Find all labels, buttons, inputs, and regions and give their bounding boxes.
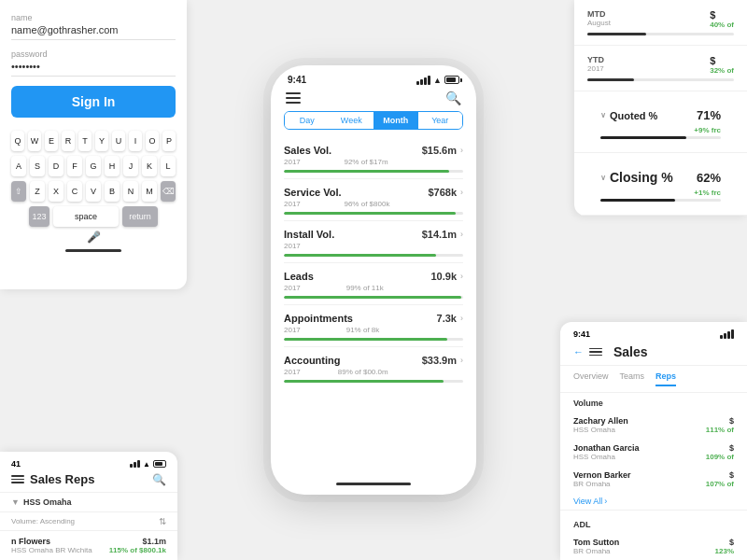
br-rep-org-jonathan: HSS Omaha	[573, 453, 640, 461]
metric-sales-vol[interactable]: Sales Vol. $15.6m › 2017 92% of $17m	[284, 137, 463, 179]
br-rep-value-tom: $	[715, 538, 734, 547]
key-j[interactable]: J	[123, 156, 138, 176]
bl-time: 41	[11, 459, 21, 469]
metrics-list: Sales Vol. $15.6m › 2017 92% of $17m Ser…	[271, 137, 476, 475]
br-rep-name-tom: Tom Sutton	[573, 538, 619, 547]
key-v[interactable]: V	[86, 181, 101, 202]
br-rep-value-zachary: $	[706, 416, 734, 426]
chevron-right-icon: ›	[460, 314, 463, 323]
key-z[interactable]: Z	[30, 181, 45, 202]
email-value: name@gothrasher.com	[11, 24, 176, 40]
key-w[interactable]: W	[28, 131, 41, 151]
key-p[interactable]: P	[162, 131, 176, 151]
bl-sort-icon[interactable]: ⇅	[159, 516, 166, 526]
br-tabs: Overview Teams Reps	[560, 366, 747, 393]
tab-month[interactable]: Month	[374, 112, 418, 129]
key-x[interactable]: X	[49, 181, 63, 202]
key-backspace[interactable]: ⌫	[161, 181, 176, 202]
key-c[interactable]: C	[67, 181, 82, 202]
bl-status-icons: ▲	[130, 460, 166, 469]
bl-menu-icon[interactable]	[11, 475, 24, 483]
chevron-down-icon: ∨	[600, 174, 606, 182]
tab-week[interactable]: Week	[330, 112, 374, 129]
key-u[interactable]: U	[112, 131, 125, 151]
key-o[interactable]: O	[146, 131, 159, 151]
key-d[interactable]: D	[49, 156, 63, 176]
key-t[interactable]: T	[78, 131, 92, 151]
view-all-button[interactable]: View All ›	[560, 493, 747, 510]
menu-icon[interactable]	[286, 92, 301, 104]
key-n[interactable]: N	[123, 181, 138, 202]
key-r[interactable]: R	[62, 131, 75, 151]
key-l[interactable]: L	[161, 156, 176, 176]
progress-bar-accounting	[284, 380, 463, 383]
chevron-right-icon: ›	[460, 356, 463, 365]
br-rep-org-vernon: BR Omaha	[573, 480, 631, 488]
closing-pct-header[interactable]: ∨ Closing % 62%	[587, 162, 734, 189]
progress-bar-install-vol	[284, 254, 463, 257]
closing-pct-change: +1% frc	[694, 189, 721, 197]
ytd-label: YTD	[587, 55, 710, 64]
key-s[interactable]: S	[30, 156, 45, 176]
email-label: name	[11, 13, 176, 22]
br-rep-pct-jonathan: 109% of	[706, 453, 734, 461]
br-tab-overview[interactable]: Overview	[573, 371, 609, 386]
mtd-change: 40% of	[710, 21, 734, 29]
metric-sub-service-vol: 2017 96% of $800k	[284, 200, 463, 208]
metric-sub-install-vol: 2017	[284, 242, 463, 250]
key-b[interactable]: B	[105, 181, 120, 202]
mtd-row: MTD August $ 40% of	[574, 0, 747, 46]
br-menu-icon[interactable]	[589, 348, 602, 357]
key-i[interactable]: I	[129, 131, 142, 151]
adl-label: ADL	[560, 514, 747, 533]
quoted-pct-header[interactable]: ∨ Quoted % 71%	[587, 101, 734, 126]
progress-bar-leads	[284, 296, 463, 299]
metric-sub-appointments: 2017 91% of 8k	[284, 326, 463, 334]
key-q[interactable]: Q	[11, 131, 24, 151]
key-m[interactable]: M	[142, 181, 157, 202]
closing-pct-value: 62%	[697, 171, 721, 185]
bl-filter-value[interactable]: HSS Omaha	[23, 497, 72, 507]
key-number[interactable]: 123	[29, 206, 49, 227]
chevron-down-icon: ∨	[600, 111, 606, 119]
key-return[interactable]: return	[122, 206, 158, 227]
quoted-pct-label: Quoted %	[610, 110, 657, 121]
bl-header: Sales Reps 🔍	[0, 470, 177, 493]
br-adl-section: ADL Tom Sutton BR Omaha $ 123%	[560, 510, 747, 560]
key-k[interactable]: K	[142, 156, 157, 176]
metric-value-leads: 10.9k	[430, 271, 457, 282]
br-title: Sales	[613, 344, 734, 359]
status-bar: 9:41 ▲	[271, 65, 476, 89]
mic-row: 🎤	[11, 231, 176, 244]
key-shift[interactable]: ⇧	[11, 181, 26, 202]
key-h[interactable]: H	[105, 156, 120, 176]
br-rep-name-vernon: Vernon Barker	[573, 470, 631, 480]
tab-day[interactable]: Day	[285, 112, 330, 129]
key-y[interactable]: Y	[95, 131, 108, 151]
mic-icon: 🎤	[87, 231, 101, 244]
metric-leads[interactable]: Leads 10.9k › 2017 99% of 11k	[284, 263, 463, 305]
metric-install-vol[interactable]: Install Vol. $14.1m › 2017	[284, 221, 463, 263]
search-icon[interactable]: 🔍	[445, 91, 461, 105]
progress-bar-service-vol	[284, 212, 463, 215]
mtd-value: $	[710, 9, 734, 21]
metric-appointments[interactable]: Appointments 7.3k › 2017 91% of 8k	[284, 305, 463, 347]
br-back-icon[interactable]: ←	[573, 346, 584, 357]
metric-service-vol[interactable]: Service Vol. $768k › 2017 96% of $800k	[284, 179, 463, 221]
tab-year[interactable]: Year	[418, 112, 463, 129]
quoted-pct-value: 71%	[697, 108, 721, 122]
key-e[interactable]: E	[45, 131, 58, 151]
metric-accounting[interactable]: Accounting $33.9m › 2017 89% of $00.0m	[284, 347, 463, 388]
key-g[interactable]: G	[86, 156, 101, 176]
br-rep-pct-zachary: 111% of	[706, 426, 734, 434]
key-a[interactable]: A	[11, 156, 26, 176]
br-tab-reps[interactable]: Reps	[655, 371, 676, 386]
metric-name-appointments: Appointments	[284, 313, 353, 324]
password-label: password	[11, 49, 176, 59]
br-tab-teams[interactable]: Teams	[620, 371, 645, 386]
metric-sub-leads: 2017 99% of 11k	[284, 284, 463, 292]
key-f[interactable]: F	[67, 156, 82, 176]
sign-in-button[interactable]: Sign In	[11, 86, 176, 118]
key-space[interactable]: space	[53, 206, 119, 227]
bl-search-icon[interactable]: 🔍	[152, 473, 166, 486]
